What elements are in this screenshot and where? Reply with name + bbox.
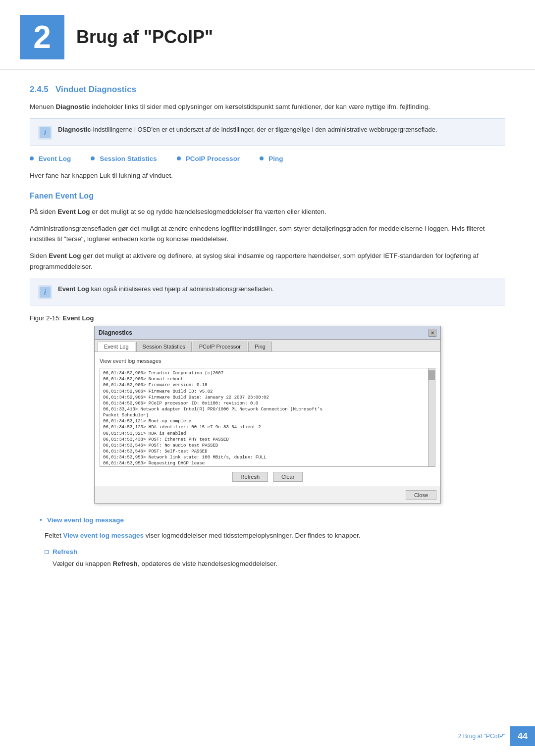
bullet-item-ping: Ping bbox=[260, 155, 283, 162]
eventlog-para3: Siden Event Log gør det muligt at aktive… bbox=[30, 251, 505, 272]
chapter-number: 2 bbox=[20, 15, 64, 59]
bullet-item-eventlog: Event Log bbox=[30, 155, 71, 162]
view-event-log-desc: Feltet View event log messages viser log… bbox=[45, 530, 505, 541]
bullet-item-pcoip: PCoIP Processor bbox=[177, 155, 240, 162]
page-number: 44 bbox=[518, 731, 528, 742]
chapter-title: Brug af "PCoIP" bbox=[76, 27, 213, 48]
bullet-label-2: Session Statistics bbox=[100, 155, 157, 162]
bullet-dot-1 bbox=[30, 156, 34, 160]
note-text-2: Event Log kan også initialiseres ved hjæ… bbox=[58, 284, 274, 294]
bullet-label-1: Event Log bbox=[39, 155, 71, 162]
note-icon-1: i bbox=[38, 126, 52, 140]
diag-close-button[interactable]: Close bbox=[406, 490, 436, 500]
bullet-dot-4 bbox=[260, 156, 264, 160]
diag-body: View event log messages 06,01:34:52,906>… bbox=[95, 352, 440, 487]
refresh-subheading: Refresh bbox=[45, 548, 505, 555]
refresh-subheading-dot bbox=[45, 550, 49, 554]
main-content: 2.4.5 Vinduet Diagnostics Menuen Diagnos… bbox=[0, 85, 535, 569]
feature-list: • View event log message bbox=[40, 515, 505, 525]
diag-refresh-button[interactable]: Refresh bbox=[232, 472, 268, 482]
diag-titlebar: Diagnostics ✕ bbox=[95, 326, 440, 340]
sub-section-heading-eventlog: Fanen Event Log bbox=[30, 192, 505, 201]
diag-scrollbar[interactable] bbox=[428, 368, 435, 466]
eventlog-para2: Administrationsgrænsefladen gør det muli… bbox=[30, 223, 505, 245]
diag-window-title: Diagnostics bbox=[99, 329, 132, 336]
feature-dot-1: • bbox=[40, 516, 42, 524]
diag-log-area[interactable]: 06,01:34:52,906> Teradici Corporation (c… bbox=[100, 368, 435, 467]
diag-tab-session[interactable]: Session Statistics bbox=[136, 342, 192, 352]
eventlog-para1: På siden Event Log er det muligt at se o… bbox=[30, 206, 505, 217]
bullet-dot-2 bbox=[91, 156, 95, 160]
diag-view-label: View event log messages bbox=[100, 358, 435, 364]
feature-item-viewlog: • View event log message bbox=[40, 515, 505, 525]
diag-tabs: Event Log Session Statistics PCoIP Proce… bbox=[95, 340, 440, 352]
note-icon-2: i bbox=[38, 285, 52, 299]
diag-clear-button[interactable]: Clear bbox=[273, 472, 303, 482]
feature-text-1: View event log message bbox=[47, 515, 124, 525]
diag-tab-ping[interactable]: Ping bbox=[248, 342, 272, 352]
note-text-1: Diagnostic-indstillingerne i OSD'en er e… bbox=[58, 125, 437, 135]
diagnostics-window: Diagnostics ✕ Event Log Session Statisti… bbox=[94, 326, 441, 504]
bullet-label-3: PCoIP Processor bbox=[186, 155, 240, 162]
diag-tab-pcoip[interactable]: PCoIP Processor bbox=[193, 342, 247, 352]
diag-scrollbar-thumb bbox=[428, 370, 435, 380]
bullet-item-session: Session Statistics bbox=[91, 155, 157, 162]
bullet-dot-3 bbox=[177, 156, 181, 160]
intro-paragraph: Menuen Diagnostic indeholder links til s… bbox=[30, 101, 505, 112]
bullet-label-4: Ping bbox=[268, 155, 283, 162]
note-box-2: i Event Log kan også initialiseres ved h… bbox=[30, 278, 505, 305]
bullet-list-row: Event Log Session Statistics PCoIP Proce… bbox=[30, 155, 505, 162]
page-footer: 2 Brug af "PCoIP" 44 bbox=[0, 726, 535, 746]
figure-label: Figur 2-15: Event Log bbox=[30, 314, 505, 322]
closing-text: Hver fane har knappen Luk til lukning af… bbox=[30, 170, 505, 181]
diag-footer: Close bbox=[95, 487, 440, 503]
footer-chapter-text: 2 Brug af "PCoIP" bbox=[458, 733, 505, 740]
page-number-box: 44 bbox=[510, 726, 535, 746]
diag-tab-eventlog[interactable]: Event Log bbox=[98, 342, 135, 352]
diag-buttons: Refresh Clear bbox=[100, 472, 435, 482]
note-box-1: i Diagnostic-indstillingerne i OSD'en er… bbox=[30, 118, 505, 146]
chapter-header: 2 Brug af "PCoIP" bbox=[0, 0, 535, 70]
diag-window-close-icon[interactable]: ✕ bbox=[428, 329, 436, 337]
section-heading: 2.4.5 Vinduet Diagnostics bbox=[30, 85, 505, 95]
refresh-desc: Vælger du knappen Refresh, opdateres de … bbox=[53, 558, 505, 569]
